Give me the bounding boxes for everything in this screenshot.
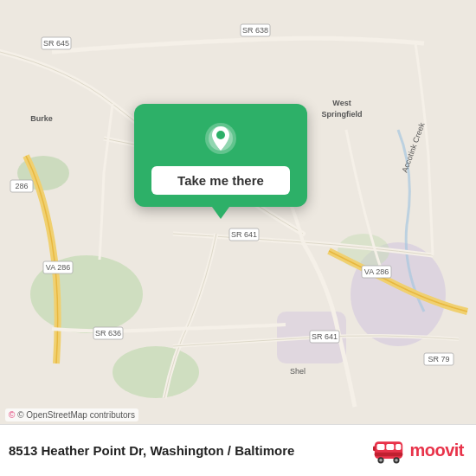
map-background: SR 645 SR 638 SR 640 SR 641 SR 641 SR 63… bbox=[0, 0, 476, 424]
moovit-logo: moovit bbox=[373, 435, 464, 466]
svg-rect-38 bbox=[396, 443, 402, 449]
svg-text:SR 79: SR 79 bbox=[428, 355, 449, 363]
svg-text:Shel: Shel bbox=[290, 367, 306, 376]
take-me-there-button[interactable]: Take me there bbox=[151, 166, 290, 195]
svg-text:SR 636: SR 636 bbox=[95, 329, 121, 338]
svg-rect-44 bbox=[373, 446, 376, 450]
osm-text: © bbox=[9, 410, 15, 420]
svg-point-43 bbox=[396, 459, 399, 462]
address-line: 8513 Heather Point Dr, Washington / Balt… bbox=[9, 443, 294, 458]
osm-attribution: © © OpenStreetMap contributors bbox=[5, 408, 138, 421]
svg-text:286: 286 bbox=[15, 182, 28, 190]
svg-point-41 bbox=[380, 459, 383, 462]
svg-text:SR 641: SR 641 bbox=[231, 230, 257, 239]
address-section: 8513 Heather Point Dr, Washington / Balt… bbox=[9, 443, 294, 458]
osm-label: © OpenStreetMap contributors bbox=[17, 410, 135, 420]
popup-card: Take me there bbox=[134, 104, 307, 207]
svg-text:SR 645: SR 645 bbox=[43, 39, 69, 48]
svg-text:Springfield: Springfield bbox=[322, 110, 363, 119]
moovit-bus-icon bbox=[373, 435, 404, 466]
svg-rect-39 bbox=[375, 452, 402, 456]
bottom-bar: 8513 Heather Point Dr, Washington / Balt… bbox=[0, 424, 476, 476]
svg-rect-0 bbox=[0, 0, 476, 424]
moovit-brand-text: moovit bbox=[409, 441, 464, 460]
map-pin-icon bbox=[202, 119, 240, 158]
map-container: SR 645 SR 638 SR 640 SR 641 SR 641 SR 63… bbox=[0, 0, 476, 424]
svg-text:SR 638: SR 638 bbox=[242, 26, 268, 35]
svg-text:VA 286: VA 286 bbox=[46, 263, 70, 272]
svg-rect-37 bbox=[387, 443, 395, 449]
svg-point-2 bbox=[113, 346, 199, 398]
svg-point-34 bbox=[216, 131, 225, 139]
svg-text:SR 641: SR 641 bbox=[312, 332, 338, 341]
svg-rect-36 bbox=[377, 443, 385, 449]
svg-text:West: West bbox=[332, 99, 351, 107]
svg-text:VA 286: VA 286 bbox=[364, 267, 389, 276]
svg-text:Burke: Burke bbox=[30, 114, 53, 123]
